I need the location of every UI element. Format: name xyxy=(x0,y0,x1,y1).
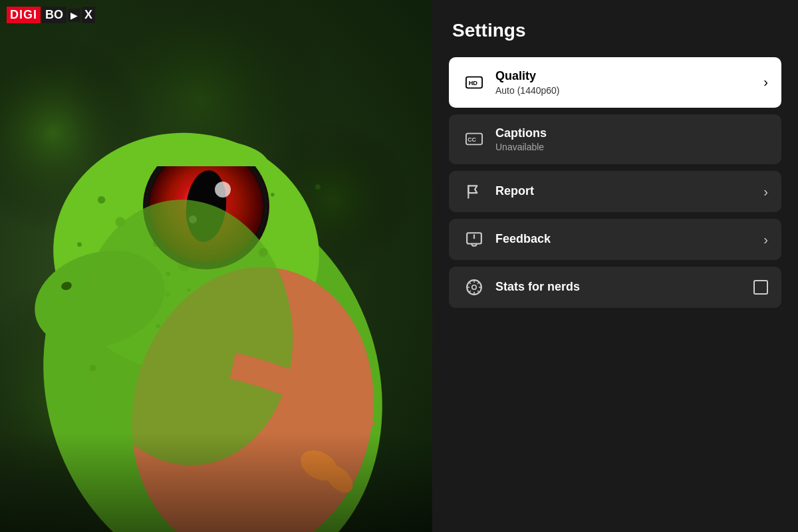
svg-text:CC: CC xyxy=(467,137,476,144)
settings-item-stats[interactable]: Stats for nerds xyxy=(449,267,781,308)
flag-icon xyxy=(462,183,486,200)
settings-item-captions[interactable]: CC Captions Unavailable xyxy=(449,114,781,165)
svg-text:HD: HD xyxy=(469,80,478,86)
svg-line-14 xyxy=(469,282,470,283)
logo-digi: DIGI xyxy=(7,7,41,23)
stats-icon xyxy=(462,279,486,296)
settings-item-feedback[interactable]: Feedback › xyxy=(449,219,781,260)
svg-point-9 xyxy=(472,285,477,290)
report-chevron: › xyxy=(763,184,768,200)
quality-subtitle: Auto (1440p60) xyxy=(495,85,763,96)
svg-line-17 xyxy=(469,291,470,293)
settings-panel: Settings HD Quality Auto (1440p60) › CC … xyxy=(432,0,798,532)
captions-subtitle: Unavailable xyxy=(495,142,768,152)
captions-title: Captions xyxy=(495,126,768,141)
settings-title: Settings xyxy=(449,20,781,41)
captions-text: Captions Unavailable xyxy=(495,126,768,153)
quality-title: Quality xyxy=(495,69,763,84)
report-text: Report xyxy=(495,184,763,199)
hd-icon: HD xyxy=(462,74,486,91)
quality-text: Quality Auto (1440p60) xyxy=(495,69,763,96)
logo-x: X xyxy=(82,7,95,23)
cc-icon: CC xyxy=(462,130,486,148)
logo: DIGI BO ▶ X xyxy=(7,7,95,23)
stats-text: Stats for nerds xyxy=(495,280,753,295)
report-title: Report xyxy=(495,184,763,199)
settings-item-report[interactable]: Report › xyxy=(449,171,781,212)
svg-line-16 xyxy=(477,282,479,283)
logo-play-icon: ▶ xyxy=(68,9,80,22)
feedback-title: Feedback xyxy=(495,232,763,247)
feedback-icon xyxy=(462,231,486,248)
feedback-chevron: › xyxy=(763,232,768,247)
feedback-text: Feedback xyxy=(495,232,763,247)
logo-box: BO xyxy=(42,7,66,23)
video-canvas xyxy=(0,0,432,532)
stats-checkbox[interactable] xyxy=(753,280,768,295)
video-area: DIGI BO ▶ X xyxy=(0,0,432,532)
svg-line-15 xyxy=(477,291,479,293)
quality-chevron: › xyxy=(763,74,768,90)
settings-item-quality[interactable]: HD Quality Auto (1440p60) › xyxy=(449,57,781,108)
stats-title: Stats for nerds xyxy=(495,280,753,295)
